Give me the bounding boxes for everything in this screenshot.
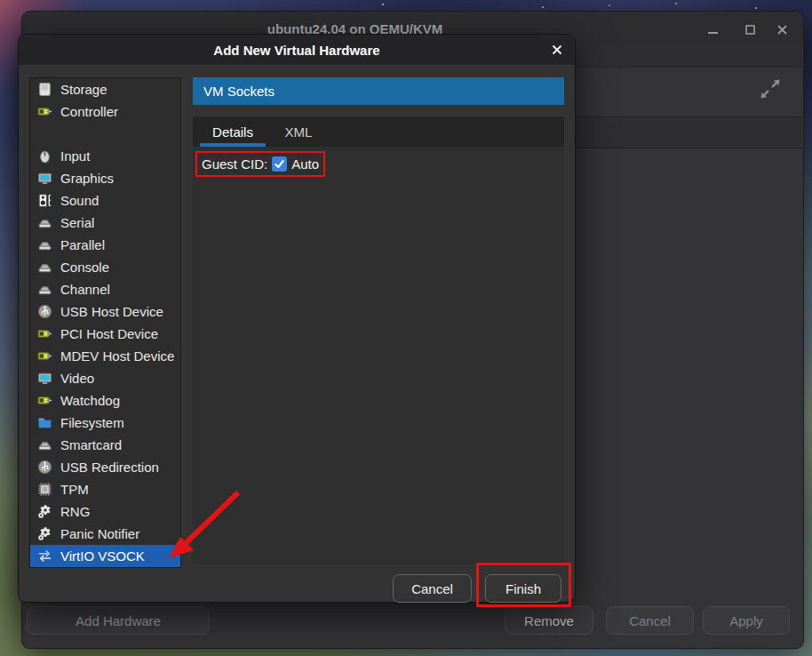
dialog-titlebar[interactable]: Add New Virtual Hardware xyxy=(19,35,575,65)
finish-button[interactable]: Finish xyxy=(485,574,561,603)
monitor-icon xyxy=(37,371,52,386)
close-icon xyxy=(776,24,788,36)
chip-green-icon xyxy=(37,393,52,408)
sidebar-item-label: VirtIO VSOCK xyxy=(60,548,145,564)
dialog-cancel-button[interactable]: Cancel xyxy=(393,574,472,603)
minimize-icon xyxy=(707,24,719,36)
sidebar-item-label: Panic Notifier xyxy=(60,526,139,541)
chip-green-icon xyxy=(37,326,52,341)
sidebar-item-label: Graphics xyxy=(60,171,114,186)
sidebar-item-input[interactable]: Input xyxy=(30,145,180,167)
sidebar-item-storage[interactable]: Storage xyxy=(30,78,180,100)
tab-details[interactable]: Details xyxy=(200,116,266,147)
dialog-title: Add New Virtual Hardware xyxy=(213,43,379,58)
add-hardware-dialog: Add New Virtual Hardware StorageControll… xyxy=(18,34,576,603)
auto-checkbox-label[interactable]: Auto xyxy=(291,156,319,172)
sidebar-item-parallel[interactable]: Parallel xyxy=(30,234,180,256)
sidebar-item-filesystem[interactable]: Filesystem xyxy=(30,412,180,434)
usb-icon xyxy=(37,304,52,319)
sidebar-item-label: TPM xyxy=(60,482,89,497)
folder-icon xyxy=(37,415,52,430)
tab-strip: Details XML xyxy=(193,116,564,147)
checkmark-icon xyxy=(274,158,285,170)
sidebar-item-console[interactable]: Console xyxy=(30,256,180,278)
sidebar-item-label: Channel xyxy=(60,282,110,297)
dialog-close-button[interactable] xyxy=(550,43,564,57)
sidebar-item-virtio-vsock[interactable]: VirtIO VSOCK xyxy=(30,545,180,567)
sidebar-item-graphics[interactable]: Graphics xyxy=(30,167,180,189)
sidebar-item-label: Controller xyxy=(60,104,118,119)
sidebar-item-label: Storage xyxy=(60,82,107,97)
fullscreen-expand-icon[interactable] xyxy=(757,76,784,102)
sidebar-item-video[interactable]: Video xyxy=(30,367,180,389)
sidebar-item-label: Sound xyxy=(60,193,99,208)
speaker-icon xyxy=(37,193,52,208)
sidebar-item-watchdog[interactable]: Watchdog xyxy=(30,389,180,412)
sidebar-item-smartcard[interactable]: Smartcard xyxy=(30,434,180,456)
serial-device-icon xyxy=(37,237,52,252)
guest-cid-annotated-row: Guest CID: Auto xyxy=(195,151,325,177)
sidebar-item-tpm[interactable]: TPM xyxy=(30,478,180,500)
gears-icon xyxy=(37,526,52,541)
close-icon xyxy=(551,44,563,56)
sidebar-spacer xyxy=(30,123,180,145)
chip-gray-icon xyxy=(37,482,52,497)
sidebar-item-label: Filesystem xyxy=(60,415,124,430)
vm-cancel-button[interactable]: Cancel xyxy=(606,606,694,635)
close-button[interactable] xyxy=(775,22,789,36)
tab-xml[interactable]: XML xyxy=(266,116,331,147)
sidebar-item-label: USB Redirection xyxy=(60,460,159,475)
hardware-type-list: StorageControllerInputGraphicsSoundSeria… xyxy=(29,77,181,568)
sidebar-item-label: Video xyxy=(60,371,94,386)
sidebar-item-label: RNG xyxy=(60,504,90,519)
remove-button[interactable]: Remove xyxy=(505,606,593,635)
sidebar-item-mdev-host-device[interactable]: MDEV Host Device xyxy=(30,345,180,367)
sidebar-item-label: Console xyxy=(60,260,109,275)
sidebar-item-channel[interactable]: Channel xyxy=(30,278,180,300)
apply-button[interactable]: Apply xyxy=(703,606,790,635)
sidebar-item-usb-redirection[interactable]: USB Redirection xyxy=(30,456,180,478)
monitor-icon xyxy=(37,171,52,186)
sidebar-item-label: Parallel xyxy=(60,237,105,252)
sidebar-item-label: PCI Host Device xyxy=(60,326,158,341)
guest-cid-label: Guest CID: xyxy=(202,156,267,172)
panel-notebook: Details XML Guest CID: Auto xyxy=(193,116,564,564)
sidebar-item-usb-host-device[interactable]: USB Host Device xyxy=(30,300,180,323)
sidebar-item-rng[interactable]: RNG xyxy=(30,500,180,523)
add-hardware-button[interactable]: Add Hardware xyxy=(27,606,210,635)
screen: ubuntu24.04 on QEMU/KVM xyxy=(0,0,812,656)
sidebar-item-label: MDEV Host Device xyxy=(60,348,174,364)
active-tab-underline xyxy=(200,143,266,147)
sidebar-item-controller[interactable]: Controller xyxy=(30,100,180,123)
sidebar-item-label: Input xyxy=(60,148,90,164)
chip-green-icon xyxy=(37,104,52,119)
serial-device-icon xyxy=(37,282,52,297)
sidebar-item-panic-notifier[interactable]: Panic Notifier xyxy=(30,523,180,545)
chip-green-icon xyxy=(37,348,52,364)
sidebar-item-label: Watchdog xyxy=(60,393,120,408)
vsock-arrows-icon xyxy=(37,548,52,564)
sidebar-item-label: USB Host Device xyxy=(60,304,163,319)
serial-device-icon xyxy=(37,215,52,230)
mouse-icon xyxy=(37,148,52,164)
sidebar-item-sound[interactable]: Sound xyxy=(30,189,180,212)
sidebar-item-serial[interactable]: Serial xyxy=(30,212,180,234)
auto-checkbox[interactable] xyxy=(272,156,287,172)
usb-icon xyxy=(37,460,52,475)
minimize-button[interactable] xyxy=(705,22,720,36)
maximize-button[interactable] xyxy=(743,22,757,36)
serial-device-icon xyxy=(37,437,52,452)
maximize-icon xyxy=(744,24,756,36)
sidebar-item-pci-host-device[interactable]: PCI Host Device xyxy=(30,323,180,345)
disk-icon xyxy=(37,82,52,97)
panel-header: VM Sockets xyxy=(193,77,564,105)
sidebar-item-label: Serial xyxy=(60,215,94,230)
serial-device-icon xyxy=(37,260,52,275)
wallpaper-stars xyxy=(382,4,384,5)
gears-icon xyxy=(37,504,52,519)
sidebar-item-label: Smartcard xyxy=(60,437,122,452)
